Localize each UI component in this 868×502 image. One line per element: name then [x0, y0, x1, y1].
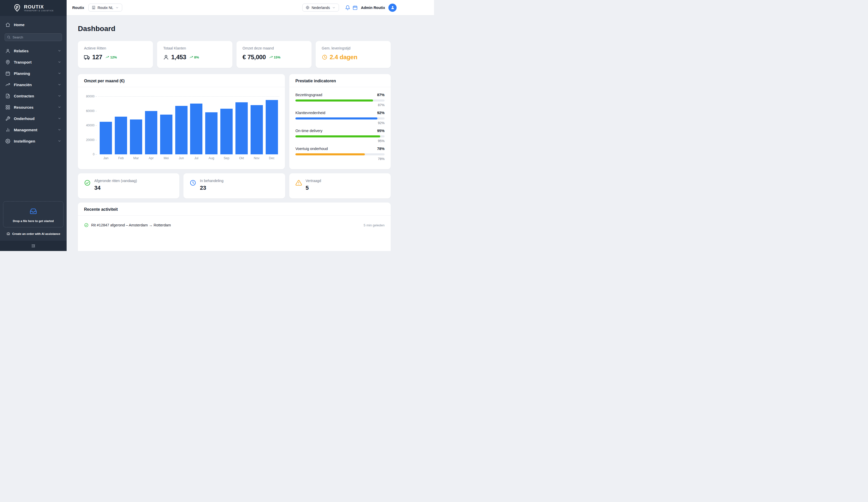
chevron-down-icon — [58, 106, 61, 109]
kpi-ontime-delivery: On-time delivery 95% 95% — [296, 129, 384, 143]
sidebar-item-resources[interactable]: Resources — [0, 101, 66, 113]
collapse-sidebar-icon[interactable] — [31, 243, 35, 248]
y-tick-label: 40000 — [86, 123, 97, 127]
sidebar-item-onderhoud[interactable]: Onderhoud — [0, 113, 66, 124]
grid-icon — [6, 105, 10, 110]
trend-up-icon — [105, 56, 109, 59]
logo-subtitle: TRANSPORT & LOGISTICS — [24, 10, 53, 12]
progress-bar — [296, 135, 384, 138]
activity-row: Rit #12847 afgerond – Amsterdam → Rotter… — [78, 215, 391, 234]
kpi-title: Prestatie indicatoren — [289, 74, 391, 87]
inbox-icon — [30, 208, 37, 215]
x-tick-label: Feb — [115, 157, 127, 160]
sidebar-item-planning[interactable]: Planning — [0, 68, 66, 79]
kpi-sub-value: 78% — [296, 157, 384, 161]
search-icon — [7, 36, 10, 39]
y-tick-label: 0 — [93, 152, 97, 156]
progress-bar — [296, 100, 384, 101]
status-card-afgerond: Afgeronde ritten (vandaag) 34 — [78, 173, 179, 199]
activity-text: Rit #12847 afgerond – Amsterdam → Rotter… — [91, 223, 171, 227]
sidebar-item-instellingen[interactable]: Instellingen — [0, 135, 66, 147]
avatar[interactable] — [389, 3, 396, 12]
sidebar-item-label: Relaties — [14, 49, 29, 53]
bar-chart-icon — [6, 128, 10, 132]
bar-chart-plot — [99, 97, 279, 154]
kpi-voertuig-onderhoud: Voertuig onderhoud 78% 78% — [296, 147, 384, 161]
bar-chart-x-labels: JanFebMarAprMeiJunJulAugSepOktNovDec — [99, 157, 279, 160]
kpi-label: On-time delivery — [296, 129, 322, 133]
stat-label: Totaal Klanten — [163, 46, 226, 50]
kpi-sub-value: 92% — [296, 121, 384, 125]
progress-bar — [296, 153, 384, 155]
sidebar-item-management[interactable]: Management — [0, 124, 66, 135]
chevron-down-icon — [58, 71, 61, 75]
recent-activity-card: Recente activiteit Rit #12847 afgerond –… — [78, 202, 391, 251]
trending-up-icon — [6, 82, 10, 87]
logo-title: ROUTIX — [24, 4, 53, 10]
sidebar-item-label: Contracten — [14, 94, 34, 98]
bar-jan — [100, 122, 112, 154]
stat-card-leveringstijd: Gem. leveringstijd 2.4 dagen — [316, 41, 391, 68]
sidebar: ROUTIX TRANSPORT & LOGISTICS Home Relati… — [0, 0, 66, 251]
progress-fill — [296, 153, 365, 155]
chevron-down-icon — [58, 139, 61, 143]
bar-nov — [250, 105, 263, 154]
bar-okt — [236, 102, 248, 154]
map-pin-icon — [6, 60, 10, 64]
sidebar-item-label: Management — [14, 128, 38, 132]
map-pin-logo-icon — [13, 3, 21, 12]
sidebar-item-transport[interactable]: Transport — [0, 57, 66, 68]
document-icon — [6, 93, 10, 99]
user-name: Admin Routix — [361, 6, 385, 10]
kpi-card: Prestatie indicatoren Bezettingsgraad 87… — [289, 74, 391, 169]
sidebar-item-label: Resources — [14, 105, 33, 110]
bar-chart-y-axis: 020000400006000080000 — [84, 97, 97, 154]
stat-card-omzet: Omzet deze maand € 75,000 15% — [237, 41, 311, 68]
chevron-down-icon — [332, 6, 335, 10]
user-icon — [163, 54, 169, 60]
kpi-sub-value: 87% — [296, 103, 384, 107]
sidebar-footer — [0, 241, 66, 251]
sidebar-item-relaties[interactable]: Relaties — [0, 45, 66, 57]
check-circle-icon — [84, 223, 89, 228]
sidebar-item-home[interactable]: Home — [0, 19, 66, 30]
chevron-down-icon — [58, 83, 61, 87]
kpi-label: Voertuig onderhoud — [296, 147, 328, 151]
search-input[interactable] — [4, 33, 62, 41]
ai-order-label: Create an order with AI assistance — [12, 232, 60, 235]
org-selector[interactable]: Routix NL — [89, 3, 122, 11]
topbar: Routix Routix NL Nederlands Admin Routix — [66, 0, 434, 16]
bar-aug — [205, 112, 217, 154]
status-card-vertraagd: Vertraagd 5 — [289, 173, 391, 199]
bell-icon[interactable] — [345, 5, 350, 10]
sidebar-item-financien[interactable]: Financiën — [0, 79, 66, 90]
status-cards-row: Afgeronde ritten (vandaag) 34 In behande… — [78, 173, 391, 199]
status-value: 23 — [200, 184, 224, 191]
language-selector[interactable]: Nederlands — [302, 3, 339, 11]
charts-row: Omzet per maand (€) 02000040000600008000… — [78, 74, 391, 169]
sidebar-nav: Relaties Transport Planning Financiën Co… — [0, 45, 66, 147]
stat-trend: 12% — [110, 56, 117, 59]
sidebar-item-contracten[interactable]: Contracten — [0, 90, 66, 101]
truck-icon — [84, 54, 90, 60]
x-tick-label: Nov — [250, 157, 263, 160]
ai-order-button[interactable]: Create an order with AI assistance — [0, 228, 66, 241]
chevron-down-icon — [58, 94, 61, 98]
bar-jul — [190, 103, 203, 154]
check-circle-icon — [84, 180, 91, 186]
stat-trend: 15% — [274, 56, 280, 59]
file-dropzone[interactable]: Drop a file here to get started — [3, 201, 63, 228]
sidebar-item-label: Home — [14, 22, 24, 27]
status-value: 34 — [94, 184, 137, 191]
sidebar-item-label: Onderhoud — [14, 117, 34, 121]
stat-card-totaal-klanten: Totaal Klanten 1,453 8% — [157, 41, 232, 68]
calendar-icon[interactable] — [352, 5, 358, 10]
activity-time: 5 min geleden — [363, 223, 384, 227]
kpi-value: 78% — [377, 147, 384, 151]
y-tick-label: 80000 — [86, 94, 97, 98]
bar-mar — [130, 120, 142, 154]
chevron-down-icon — [115, 6, 119, 10]
kpi-sub-value: 95% — [296, 139, 384, 143]
stat-trend: 8% — [194, 56, 199, 59]
clock-icon — [189, 180, 196, 186]
